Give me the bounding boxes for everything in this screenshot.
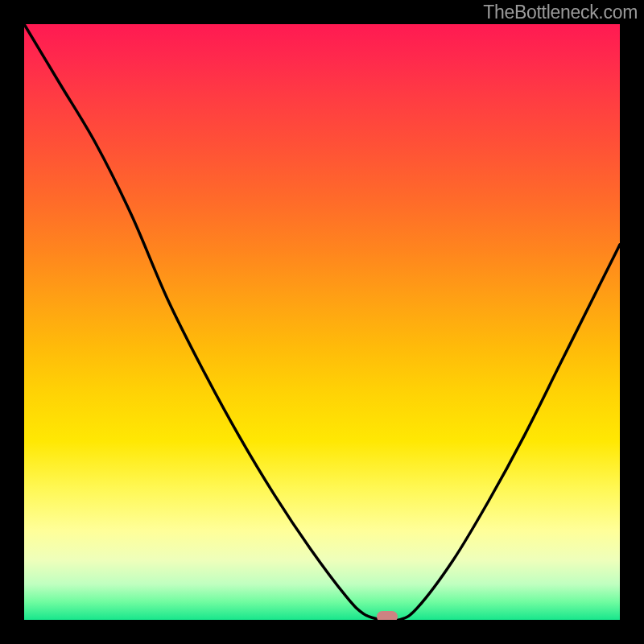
bottleneck-curve-path bbox=[24, 24, 620, 620]
curve-svg bbox=[24, 24, 620, 620]
watermark-text: TheBottleneck.com bbox=[483, 2, 638, 23]
plot-area bbox=[24, 24, 620, 620]
optimal-marker bbox=[377, 611, 398, 620]
chart-container: TheBottleneck.com bbox=[0, 0, 644, 644]
